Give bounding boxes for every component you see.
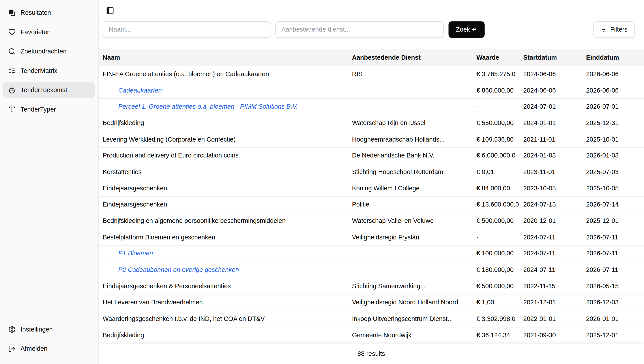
sidebar-item-tendermatrix[interactable]: TenderMatrix bbox=[3, 63, 95, 79]
table-row[interactable]: Perceel 1. Groene attenties o.a. bloemen… bbox=[98, 98, 644, 115]
tender-startdatum: 2024-07-11 bbox=[519, 245, 582, 262]
tender-einddatum: 2025-10-05 bbox=[582, 180, 644, 196]
tender-startdatum: 2024-07-15 bbox=[519, 196, 582, 213]
sidebar-item-label: Favorieten bbox=[20, 28, 50, 36]
filters-button[interactable]: Filters bbox=[594, 22, 635, 38]
tender-einddatum: 2025-12-01 bbox=[582, 327, 644, 343]
tender-waarde: € 6.000.000,0 bbox=[472, 147, 519, 164]
table-row[interactable]: EindejaarsgeschenkenPolitie€ 13.600.000,… bbox=[98, 196, 644, 213]
tender-waarde: € 100.000,00 bbox=[472, 245, 519, 262]
table-row[interactable]: P1 Bloemen€ 100.000,002024-07-112026-07-… bbox=[98, 245, 644, 262]
gear-icon bbox=[8, 326, 16, 333]
app-window: Resultaten Favorieten Zoekopdrachten bbox=[0, 0, 644, 364]
tender-name: Het Leveren van Brandweerhelmen bbox=[98, 294, 348, 311]
sidebar-toggle-button[interactable] bbox=[104, 5, 116, 16]
tender-startdatum: 2024-06-06 bbox=[519, 82, 582, 98]
tender-startdatum: 2024-06-06 bbox=[519, 66, 582, 82]
table-row[interactable]: Bestelplatform Bloemen en geschenkenVeil… bbox=[98, 229, 644, 245]
table-row[interactable]: Eindejaarsgeschenken & Personeelsattenti… bbox=[98, 278, 644, 294]
sidebar-item-zoekopdrachten[interactable]: Zoekopdrachten bbox=[3, 43, 95, 60]
table-row[interactable]: FIN-EA Groene attenties (o.a. bloemen) e… bbox=[98, 66, 644, 82]
table-row[interactable]: Het Leveren van BrandweerhelmenVeilighei… bbox=[98, 294, 644, 311]
sidebar-item-label: TenderMatrix bbox=[20, 67, 57, 75]
tender-dienst: Stichting Samenwerking... bbox=[348, 278, 472, 294]
table-row[interactable]: BedrijfskledingWaterschap Rijn en IJssel… bbox=[98, 115, 644, 131]
tender-name: Kerstattenties bbox=[98, 164, 348, 180]
tender-dienst: Waterschap Vallei en Veluwe bbox=[348, 213, 472, 229]
table-row[interactable]: Bedrijfskleding en algemene persoonlijke… bbox=[98, 213, 644, 229]
tender-name: Levering Werkkleding (Corporate en Confe… bbox=[98, 131, 348, 147]
tender-child-link[interactable]: Perceel 1. Groene attenties o.a. bloemen… bbox=[118, 103, 298, 110]
type-icon bbox=[8, 106, 16, 113]
tender-waarde: € 36.124,34 bbox=[472, 327, 519, 343]
tender-dienst: Veiligheidsregio Noord Holland Noord bbox=[348, 294, 472, 311]
tender-startdatum: 2024-07-01 bbox=[519, 98, 582, 115]
table-row[interactable]: Production and delivery of Euro circulat… bbox=[98, 147, 644, 164]
tender-startdatum: 2024-07-11 bbox=[519, 229, 582, 245]
tender-waarde: € 109.536,80 bbox=[472, 131, 519, 147]
sidebar-item-afmelden[interactable]: Afmelden bbox=[3, 340, 95, 357]
sidebar-item-resultaten[interactable]: Resultaten bbox=[3, 5, 95, 21]
sidebar-item-tendertyper[interactable]: TenderTyper bbox=[3, 101, 95, 117]
tender-child-link[interactable]: P2 Cadeaubonnen en overige geschenken bbox=[118, 266, 239, 273]
tender-dienst bbox=[348, 82, 472, 98]
sidebar-spacer bbox=[3, 121, 95, 321]
table-row[interactable]: P2 Cadeaubonnen en overige geschenken€ 1… bbox=[98, 262, 644, 278]
table-row[interactable]: Waarderingsgeschenken t.b.v. de IND, het… bbox=[98, 311, 644, 327]
sidebar-item-label: Afmelden bbox=[20, 345, 48, 352]
table-header: NaamAanbestedende DienstWaardeStartdatum… bbox=[98, 49, 644, 66]
main-content: Zoek ↵ Filters NaamAanbestedende DienstW… bbox=[98, 0, 644, 364]
tender-einddatum: 2026-07-11 bbox=[582, 262, 644, 278]
tender-name: Eindejaarsgeschenken bbox=[98, 196, 348, 213]
table-row[interactable]: EindejaarsgeschenkenKoning Willem I Coll… bbox=[98, 180, 644, 196]
tender-dienst: Politie bbox=[348, 196, 472, 213]
tender-dienst: Stichting Hogeschool Rotterdam bbox=[348, 164, 472, 180]
tender-startdatum: 2023-11-01 bbox=[519, 164, 582, 180]
sidebar-item-label: Zoekopdrachten bbox=[20, 48, 66, 55]
tender-waarde: € 3.302.998,0 bbox=[472, 311, 519, 327]
tender-einddatum: 2026-07-14 bbox=[582, 196, 644, 213]
table-header-row: NaamAanbestedende DienstWaardeStartdatum… bbox=[98, 49, 644, 66]
sidebar-item-label: TenderTyper bbox=[20, 106, 56, 113]
tender-name: Production and delivery of Euro circulat… bbox=[98, 147, 348, 164]
tender-name: Eindejaarsgeschenken bbox=[98, 180, 348, 196]
tender-name: Bestelplatform Bloemen en geschenken bbox=[98, 229, 348, 245]
tender-waarde: € 1,00 bbox=[472, 294, 519, 311]
tender-name: Waarderingsgeschenken t.b.v. de IND, het… bbox=[98, 311, 348, 327]
tender-child-link[interactable]: Cadeaukaarten bbox=[118, 87, 162, 94]
tender-dienst: Koning Willem I College bbox=[348, 180, 472, 196]
table-row[interactable]: KerstattentiesStichting Hogeschool Rotte… bbox=[98, 164, 644, 180]
logout-icon bbox=[8, 345, 16, 352]
search-toolbar: Zoek ↵ Filters bbox=[103, 22, 635, 38]
tender-einddatum: 2025-10-01 bbox=[582, 131, 644, 147]
tender-waarde: € 3.765.275,0 bbox=[472, 66, 519, 82]
column-header: Startdatum bbox=[519, 49, 582, 66]
table-row[interactable]: BedrijfskledingGemeente Noordwijk€ 36.12… bbox=[98, 327, 644, 343]
sidebar-item-tendertoekomst[interactable]: TenderToekomst bbox=[3, 82, 95, 98]
name-search-input[interactable] bbox=[103, 22, 271, 38]
tender-startdatum: 2021-11-01 bbox=[519, 131, 582, 147]
table-row[interactable]: Cadeaukaarten€ 860.000,002024-06-062026-… bbox=[98, 82, 644, 98]
tender-dienst bbox=[348, 262, 472, 278]
tender-child-link[interactable]: P1 Bloemen bbox=[118, 250, 153, 257]
tender-startdatum: 2021-09-30 bbox=[519, 327, 582, 343]
tender-dienst: De Nederlandsche Bank N.V. bbox=[348, 147, 472, 164]
filters-button-label: Filters bbox=[610, 26, 628, 33]
table-body: FIN-EA Groene attenties (o.a. bloemen) e… bbox=[98, 66, 644, 343]
tender-einddatum: 2026-06-06 bbox=[582, 82, 644, 98]
tender-name: Bedrijfskleding bbox=[98, 327, 348, 343]
table-row[interactable]: Levering Werkkleding (Corporate en Confe… bbox=[98, 131, 644, 147]
zoek-button[interactable]: Zoek ↵ bbox=[448, 22, 484, 38]
tender-dienst bbox=[348, 245, 472, 262]
tender-startdatum: 2024-07-11 bbox=[519, 262, 582, 278]
tender-startdatum: 2022-01-01 bbox=[519, 311, 582, 327]
tender-einddatum: 2026-06-06 bbox=[582, 66, 644, 82]
dienst-search-input[interactable] bbox=[275, 22, 444, 38]
tender-dienst: Waterschap Rijn en IJssel bbox=[348, 115, 472, 131]
tender-name: Bedrijfskleding bbox=[98, 115, 348, 131]
sidebar-item-instellingen[interactable]: Instellingen bbox=[3, 321, 95, 337]
sidebar-item-favorieten[interactable]: Favorieten bbox=[3, 24, 95, 40]
tender-einddatum: 2025-07-03 bbox=[582, 164, 644, 180]
tender-waarde: € 550.000,00 bbox=[472, 115, 519, 131]
tender-waarde: € 13.600.000,0 bbox=[472, 196, 519, 213]
